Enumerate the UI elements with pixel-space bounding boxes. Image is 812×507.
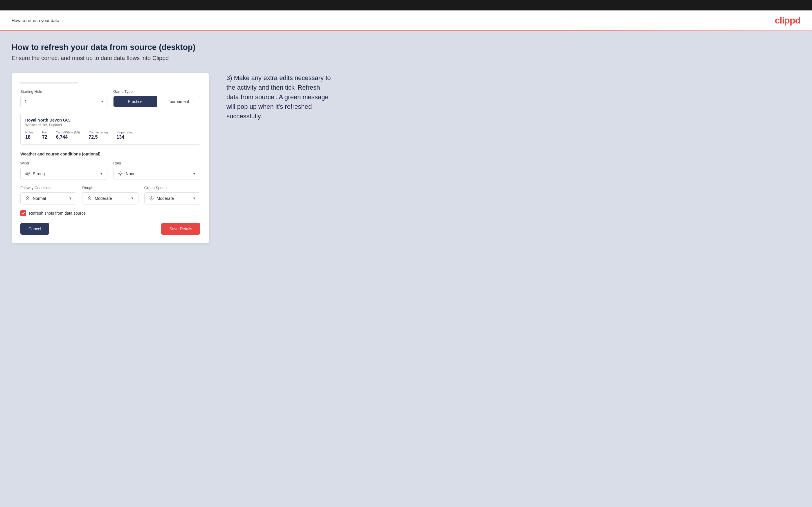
green-speed-value: Moderate [157, 196, 190, 201]
side-text: 3) Make any extra edits necessary to the… [226, 73, 331, 121]
wind-caret-icon: ▼ [100, 172, 103, 176]
svg-point-2 [89, 196, 90, 199]
svg-point-0 [119, 173, 121, 175]
wind-select[interactable]: Strong ▼ [20, 168, 107, 180]
rain-value: None [126, 171, 190, 176]
side-description: 3) Make any extra edits necessary to the… [226, 73, 331, 121]
button-row: Cancel Save Details [20, 223, 200, 235]
fairway-label: Fairway Conditions [20, 186, 77, 190]
content-area: Starting Hole 1 ▼ Game Type Practice Tou… [12, 73, 800, 243]
course-location: Westward Ho!, England [25, 123, 195, 127]
fairway-icon [25, 195, 31, 201]
starting-hole-select-wrapper[interactable]: 1 ▼ [20, 96, 107, 107]
fairway-value: Normal [33, 196, 66, 201]
page-subheading: Ensure the correct and most up to date d… [12, 55, 800, 61]
fairway-select[interactable]: Normal ▼ [20, 192, 77, 205]
rough-value: Moderate [95, 196, 128, 201]
rain-caret-icon: ▼ [193, 172, 196, 176]
main-content: How to refresh your data from source (de… [0, 31, 812, 507]
logo: clippd [775, 15, 800, 26]
rain-select[interactable]: None ▼ [113, 168, 200, 180]
wind-group: Wind Strong ▼ [20, 161, 107, 180]
green-speed-group: Green Speed Moderate ▼ [144, 186, 200, 205]
starting-hole-label: Starting Hole [20, 89, 107, 94]
conditions-row-2: Fairway Conditions Normal ▼ [20, 186, 200, 205]
save-button[interactable]: Save Details [161, 223, 200, 235]
header-title: How to refresh your data [12, 18, 59, 23]
page-heading: How to refresh your data from source (de… [12, 43, 800, 52]
rough-group: Rough Moderate ▼ [82, 186, 138, 205]
wind-icon [25, 171, 31, 177]
header: How to refresh your data clippd [0, 10, 812, 31]
wind-rain-row: Wind Strong ▼ Rain [20, 161, 200, 180]
course-rating-value: 72.5 [89, 134, 108, 140]
rough-caret-icon: ▼ [131, 196, 134, 201]
course-rating-stat: Course rating 72.5 [89, 130, 108, 140]
rain-icon [117, 171, 123, 177]
course-stats: Holes 18 Par 72 Yards/White (M)) 6,744 C… [25, 130, 195, 140]
refresh-checkbox[interactable] [20, 210, 26, 216]
holes-value: 18 [25, 134, 33, 140]
par-label: Par [42, 130, 47, 134]
conditions-section: Weather and course conditions (optional)… [20, 152, 200, 205]
tournament-button[interactable]: Tournament [157, 96, 200, 107]
yards-label: Yards/White (M)) [56, 130, 80, 134]
rain-group: Rain None ▼ [113, 161, 200, 180]
svg-point-1 [27, 196, 29, 199]
green-speed-select[interactable]: Moderate ▼ [144, 192, 200, 205]
yards-value: 6,744 [56, 134, 80, 140]
holes-label: Holes [25, 130, 33, 134]
form-panel: Starting Hole 1 ▼ Game Type Practice Tou… [12, 73, 209, 243]
course-info: Royal North Devon GC, Westward Ho!, Engl… [20, 113, 200, 145]
rough-label: Rough [82, 186, 138, 190]
fairway-group: Fairway Conditions Normal ▼ [20, 186, 77, 205]
starting-hole-group: Starting Hole 1 ▼ [20, 89, 107, 107]
refresh-checkbox-row[interactable]: Refresh shots from data source [20, 210, 200, 216]
practice-button[interactable]: Practice [113, 96, 157, 107]
green-speed-icon [149, 195, 154, 201]
slope-rating-stat: Slope rating 134 [116, 130, 134, 140]
course-rating-label: Course rating [89, 130, 108, 134]
game-type-label: Game Type [113, 89, 200, 94]
wind-value: Strong [33, 171, 97, 176]
top-form-row: Starting Hole 1 ▼ Game Type Practice Tou… [20, 89, 200, 107]
slope-rating-value: 134 [116, 134, 134, 140]
fairway-caret-icon: ▼ [68, 196, 72, 201]
cancel-button[interactable]: Cancel [20, 223, 49, 235]
holes-stat: Holes 18 [25, 130, 33, 140]
yards-stat: Yards/White (M)) 6,744 [56, 130, 80, 140]
rough-select[interactable]: Moderate ▼ [82, 192, 138, 205]
par-value: 72 [42, 134, 47, 140]
game-type-group: Game Type Practice Tournament [113, 89, 200, 107]
refresh-label: Refresh shots from data source [29, 211, 86, 216]
green-speed-caret-icon: ▼ [193, 196, 196, 201]
slope-rating-label: Slope rating [116, 130, 134, 134]
rough-icon [87, 195, 92, 201]
green-speed-label: Green Speed [144, 186, 200, 190]
game-type-buttons: Practice Tournament [113, 96, 200, 107]
course-name: Royal North Devon GC, [25, 118, 195, 122]
rain-label: Rain [113, 161, 200, 165]
wind-label: Wind [20, 161, 107, 165]
starting-hole-select[interactable]: 1 [20, 96, 107, 107]
conditions-title: Weather and course conditions (optional) [20, 152, 200, 156]
par-stat: Par 72 [42, 130, 47, 140]
